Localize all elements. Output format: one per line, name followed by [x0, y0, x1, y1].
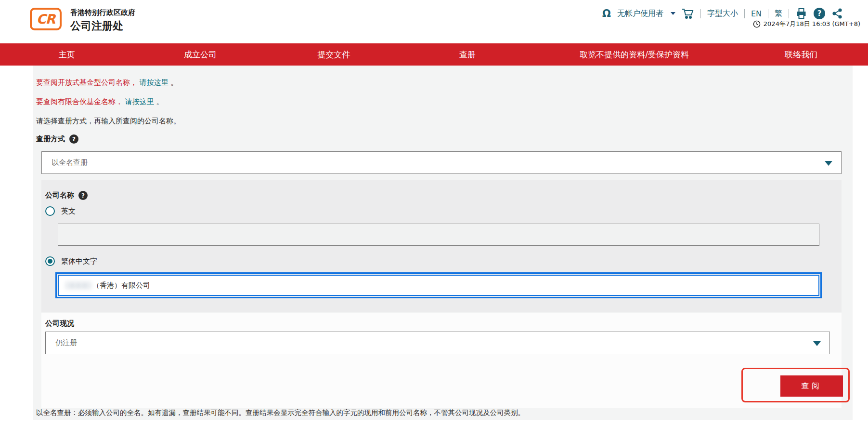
- header-utilities: Ω 无帐户使用者 字型大小 EN 繁: [602, 6, 843, 21]
- site-titles: 香港特别行政区政府 公司注册处: [70, 8, 135, 33]
- select-caret-icon: [813, 341, 821, 346]
- select-caret-icon: [825, 161, 832, 166]
- ofc-notice-text: 要查阅开放式基金型公司名称，: [36, 78, 137, 87]
- nav-item-contact[interactable]: 联络我们: [735, 49, 868, 60]
- nav-item-unavailable-protected-info[interactable]: 取览不提供的资料/受保护资料: [534, 49, 735, 60]
- user-menu[interactable]: 无帐户使用者: [617, 9, 663, 19]
- radio-chinese[interactable]: [45, 256, 55, 266]
- ofc-notice-link[interactable]: 请按这里: [140, 78, 168, 87]
- user-icon: Ω: [602, 9, 611, 19]
- cart-icon[interactable]: [682, 8, 694, 19]
- nav-item-search[interactable]: 查册: [401, 49, 534, 60]
- ofc-notice-period: 。: [171, 78, 178, 87]
- company-status-section: 公司现况 仍注册: [41, 313, 842, 408]
- divider: [768, 9, 768, 18]
- lpf-notice-link[interactable]: 请按这里: [125, 97, 154, 106]
- dept-title: 公司注册处: [70, 19, 135, 33]
- font-size-button[interactable]: 字型大小: [707, 9, 738, 19]
- help-icon[interactable]: ?: [814, 8, 825, 19]
- company-name-chinese-input[interactable]: 口口口口 （香港）有限公司: [58, 275, 819, 296]
- share-icon[interactable]: [831, 8, 843, 19]
- divider: [744, 9, 745, 18]
- search-mode-value: 以全名查册: [52, 158, 88, 167]
- company-name-label-row: 公司名称 ?: [45, 191, 88, 200]
- divider: [700, 9, 701, 18]
- company-status-label: 公司现况: [45, 319, 74, 328]
- search-mode-help-icon[interactable]: ?: [69, 134, 78, 144]
- company-name-panel: 公司名称 ? 英文 繁体中文字 口口口口 （香港）有限公司: [41, 180, 842, 312]
- nav-item-incorporation[interactable]: 成立公司: [133, 49, 267, 60]
- cr-logo-text: CR: [37, 12, 55, 27]
- datetime-row: 2024年7月18日 16:03 (GMT+8): [753, 19, 860, 29]
- nav-item-filing[interactable]: 提交文件: [267, 49, 401, 60]
- content-area: 要查阅开放式基金型公司名称， 请按这里 。 要查阅有限合伙基金名称， 请按这里 …: [33, 66, 853, 420]
- chevron-down-icon[interactable]: [671, 12, 675, 15]
- clock-icon: [753, 20, 761, 28]
- search-button[interactable]: 查阅: [780, 375, 843, 397]
- chinese-name-visible-text: （香港）有限公司: [92, 281, 150, 290]
- search-note: 以全名查册：必须输入公司的全名。如有遗漏，查册结果可能不同。查册结果会显示完全符…: [36, 408, 525, 417]
- lpf-notice-period: 。: [156, 97, 164, 106]
- current-datetime: 2024年7月18日 16:03 (GMT+8): [764, 20, 860, 28]
- radio-row-chinese[interactable]: 繁体中文字: [45, 256, 97, 266]
- nav-item-home[interactable]: 主页: [0, 49, 133, 60]
- radio-row-english[interactable]: 英文: [45, 206, 76, 216]
- divider: [789, 9, 789, 18]
- lang-en-button[interactable]: EN: [751, 9, 762, 18]
- redacted-text-blur: 口口口口: [65, 281, 91, 290]
- company-name-english-input[interactable]: [58, 224, 819, 246]
- page: CR 香港特别行政区政府 公司注册处 Ω 无帐户使用者 字型大小 EN 繁: [0, 0, 868, 427]
- search-mode-label-row: 查册方式 ?: [36, 134, 78, 144]
- radio-chinese-label[interactable]: 繁体中文字: [61, 257, 97, 266]
- cr-logo[interactable]: CR: [30, 8, 62, 30]
- company-status-select[interactable]: 仍注册: [45, 332, 830, 354]
- company-status-value: 仍注册: [55, 338, 77, 347]
- radio-english[interactable]: [45, 206, 55, 216]
- company-name-help-icon[interactable]: ?: [78, 191, 88, 200]
- company-status-label-row: 公司现况: [45, 319, 74, 328]
- company-name-label: 公司名称: [45, 191, 74, 200]
- annotation-highlight-box: 查阅: [741, 368, 850, 402]
- lpf-notice-text: 要查阅有限合伙基金名称，: [36, 97, 123, 106]
- instruction-text: 请选择查册方式，再输入所查阅的公司名称。: [36, 117, 181, 126]
- print-icon[interactable]: [795, 8, 807, 19]
- lpf-notice-line: 要查阅有限合伙基金名称， 请按这里 。: [36, 97, 164, 107]
- gov-title: 香港特别行政区政府: [70, 8, 135, 17]
- lang-traditional-button[interactable]: 繁: [775, 9, 782, 19]
- search-mode-select[interactable]: 以全名查册: [41, 151, 842, 174]
- main-nav: 主页 成立公司 提交文件 查册 取览不提供的资料/受保护资料 联络我们: [0, 43, 868, 66]
- header: CR 香港特别行政区政府 公司注册处 Ω 无帐户使用者 字型大小 EN 繁: [0, 0, 868, 43]
- search-mode-label: 查册方式: [36, 134, 65, 144]
- radio-english-label[interactable]: 英文: [61, 207, 76, 216]
- ofc-notice-line: 要查阅开放式基金型公司名称， 请按这里 。: [36, 78, 178, 87]
